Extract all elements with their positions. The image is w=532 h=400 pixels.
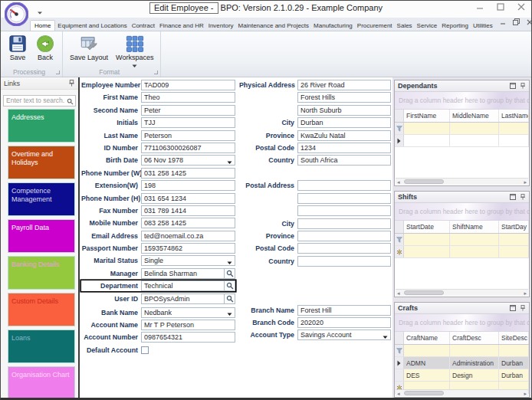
marital-status-select[interactable]: Single [141,255,235,266]
scroll-right-button[interactable]: ▸ [524,179,527,185]
quick-access-dropdown[interactable] [37,5,43,9]
first-name-input[interactable]: Theo [141,92,235,103]
department-lookup-button[interactable] [225,280,235,291]
default-account-checkbox[interactable] [141,346,149,354]
chevron-down-icon[interactable] [132,62,137,66]
country-input[interactable] [297,256,391,267]
dialog-launcher-icon[interactable] [154,70,158,74]
column-header-craftname[interactable]: CraftName [404,332,450,344]
tab-sales[interactable]: Sales [395,20,415,31]
physical-address-input[interactable]: 26 River Road [297,80,391,90]
filter-cell[interactable] [450,123,499,134]
account-name-input[interactable]: Mr T P Peterson [141,320,235,330]
table-cell[interactable]: DES [404,369,450,381]
table-cell[interactable]: Design [450,369,499,381]
filter-row[interactable] [395,234,529,246]
scroll-right-button[interactable]: ▸ [524,390,527,397]
phone-number-h-input[interactable]: 031 654 1234 [141,193,235,204]
minimize-button[interactable] [476,3,484,11]
tab-procurement[interactable]: Procurement [355,20,395,31]
pin-button[interactable] [520,83,526,89]
tab-service[interactable]: Service [415,20,440,31]
scroll-right-button[interactable]: ▸ [524,290,527,297]
postal-code-input[interactable] [297,243,391,254]
employee-number-input[interactable]: TAD009 [141,80,235,90]
workspaces-button[interactable]: Workspaces [113,34,156,67]
scroll-left-button[interactable]: ◂ [397,290,400,297]
links-search-input[interactable] [3,95,76,107]
pin-button[interactable] [520,194,526,200]
filter-cell[interactable] [499,123,529,134]
initials-input[interactable]: TJJ [141,117,235,128]
table-cell[interactable]: ADMN [404,357,450,369]
table-cell[interactable] [499,135,529,146]
physical-address-line-2-input[interactable]: North Suburb [297,105,391,116]
filter-row[interactable] [395,123,529,135]
panel-splitter[interactable] [78,77,80,398]
birth-date-select[interactable]: 06 Nov 1978 [141,155,235,166]
bank-name-select[interactable]: Nedbank [141,307,235,318]
table-cell[interactable] [404,246,450,257]
column-header-shiftname[interactable]: ShiftName [450,221,499,233]
chevron-down-icon[interactable] [227,310,232,314]
postal-address-input[interactable] [297,180,391,191]
table-cell[interactable] [450,135,499,146]
tab-home[interactable]: Home [30,20,55,31]
table-row[interactable] [395,135,529,147]
scroll-thumb[interactable] [404,391,444,395]
branch-code-input[interactable]: 202020 [297,317,391,328]
link-tile-organisation-chart[interactable]: Organisation Chart [8,366,75,400]
tab-contract[interactable]: Contract [130,20,157,31]
table-row[interactable]: DESDesignDurban [395,369,529,382]
extension-w-input[interactable]: 198 [141,180,235,191]
link-tile-addresses[interactable]: Addresses [8,109,75,143]
link-tile-custom-details[interactable]: Custom Details [8,293,75,326]
table-cell[interactable] [499,246,529,257]
tab-manufacturing[interactable]: Manufacturing [311,20,355,31]
horizontal-scrollbar[interactable]: ◂▸ [396,289,528,296]
scroll-thumb[interactable] [404,179,444,184]
maximize-button[interactable] [497,3,504,11]
column-header-craftdesc[interactable]: CraftDesc [450,332,499,344]
chevron-down-icon[interactable] [227,259,232,263]
tab-inventory[interactable]: Inventory [206,20,236,31]
province-input[interactable]: KwaZulu Natal [297,130,391,141]
country-input[interactable]: South Africa [297,155,391,166]
account-type-select[interactable]: Savings Account [297,330,391,340]
city-input[interactable] [297,218,391,229]
department-input[interactable]: Technical [141,280,225,291]
document-minimize-button[interactable] [500,18,506,28]
postal-address-line-1-input[interactable] [297,193,391,204]
tab-utilities[interactable]: Utilities [471,20,495,31]
tab-reporting[interactable]: Reporting [439,20,471,31]
account-number-input[interactable]: 0987654321 [141,332,235,343]
column-header-middlename[interactable]: MiddleName [450,110,499,122]
province-input[interactable] [297,231,391,241]
fax-number-input[interactable]: 031 789 1414 [141,205,235,216]
postal-code-input[interactable]: 1234 [297,143,391,153]
app-menu-button[interactable] [5,2,28,26]
branch-name-input[interactable]: Forest Hill [297,305,391,316]
table-cell[interactable]: Administration [450,357,499,369]
manager-lookup-button[interactable] [225,268,235,279]
scroll-left-button[interactable]: ◂ [397,179,400,185]
user-id-input[interactable]: BPOSysAdmin [141,293,225,304]
second-name-input[interactable]: Peter [141,105,235,116]
column-header-lastname[interactable]: LastName [499,110,529,122]
filter-cell[interactable] [404,234,450,245]
filter-cell[interactable] [499,345,529,356]
physical-address-line-1-input[interactable]: Forest Hills [297,92,391,103]
last-name-input[interactable]: Peterson [141,130,235,141]
scroll-left-button[interactable]: ◂ [397,390,400,397]
scroll-thumb[interactable] [404,290,444,295]
table-cell[interactable]: Durban [499,369,529,381]
pin-button[interactable] [520,305,526,311]
pin-icon[interactable] [68,80,75,87]
panel-maximize-button[interactable] [510,83,516,89]
manager-input[interactable]: Belinda Sharman [141,268,225,279]
filter-cell[interactable] [404,345,450,356]
table-cell[interactable]: Durban [499,357,529,369]
save-layout-button[interactable]: Save Layout [67,34,110,67]
column-header-startday[interactable]: StartDay [499,221,529,233]
mobile-number-input[interactable]: 083 258 1425 [141,218,235,228]
